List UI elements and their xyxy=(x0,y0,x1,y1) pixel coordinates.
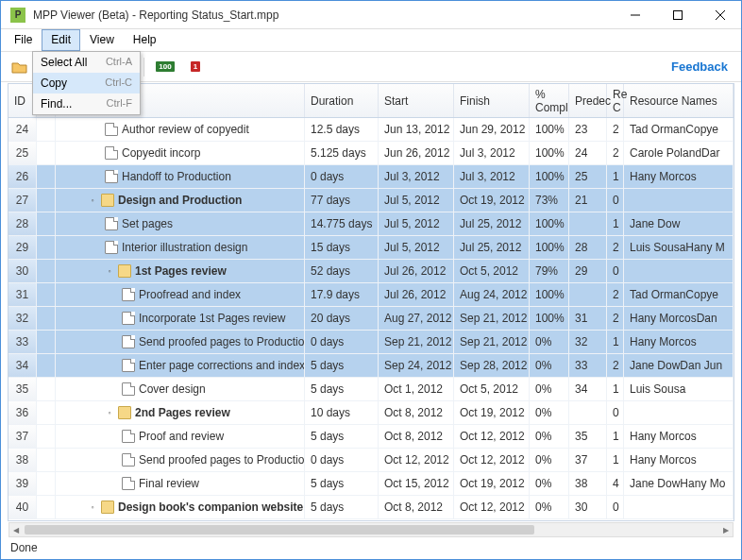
cell-id: 37 xyxy=(8,425,37,448)
table-row[interactable]: 24Author review of copyedit12.5 daysJun … xyxy=(8,118,734,142)
scroll-thumb[interactable] xyxy=(25,525,534,535)
table-row[interactable]: 33Send proofed pages to Production0 days… xyxy=(8,331,734,354)
cell-resources: Tad OrmanCopye xyxy=(624,283,734,306)
table-row[interactable]: 37Proof and review5 daysOct 8, 2012Oct 1… xyxy=(8,425,734,449)
cell-id: 24 xyxy=(8,118,37,141)
menuitem-label: Copy xyxy=(41,76,67,90)
menu-find[interactable]: Find... Ctrl-F xyxy=(33,93,140,114)
cell-duration: 5 days xyxy=(305,425,379,448)
task-name-text: Design book's companion website xyxy=(118,501,303,514)
table-row[interactable]: 32Incorporate 1st Pages review20 daysAug… xyxy=(8,307,734,331)
cell-complete: 0% xyxy=(530,378,569,400)
cell-finish: Sep 21, 2012 xyxy=(454,331,530,353)
cell-id: 26 xyxy=(8,165,37,188)
menuitem-shortcut: Ctrl-A xyxy=(106,56,132,69)
scroll-left-arrow-icon[interactable]: ◀ xyxy=(9,523,23,536)
table-row[interactable]: 30◦1st Pages review52 daysJul 26, 2012Oc… xyxy=(8,260,734,283)
edit-dropdown: Select All Ctrl-A Copy Ctrl-C Find... Ct… xyxy=(32,51,141,115)
cell-id: 29 xyxy=(8,236,37,259)
cell-indicator xyxy=(37,354,56,377)
table-row[interactable]: 39Final review5 daysOct 15, 2012Oct 19, … xyxy=(8,472,734,496)
task-name-text: Cover design xyxy=(139,382,206,396)
horizontal-scrollbar[interactable]: ◀ ▶ xyxy=(8,522,734,537)
table-row[interactable]: 35Cover design5 daysOct 1, 2012Oct 5, 20… xyxy=(8,378,734,401)
cell-name: Cover design xyxy=(56,378,305,400)
menu-file[interactable]: File xyxy=(5,29,42,51)
col-duration[interactable]: Duration xyxy=(305,84,379,117)
table-row[interactable]: 38Send proofed pages to Production0 days… xyxy=(8,449,734,472)
cell-name: Handoff to Production xyxy=(56,165,305,188)
cell-resource-count: 2 xyxy=(607,118,624,141)
cell-complete: 100% xyxy=(530,212,569,235)
svg-rect-1 xyxy=(673,10,682,19)
folder-icon xyxy=(101,501,114,514)
cell-indicator xyxy=(37,401,56,424)
file-icon xyxy=(105,170,118,183)
file-icon xyxy=(105,241,118,254)
scroll-right-arrow-icon[interactable]: ▶ xyxy=(719,523,733,536)
table-row[interactable]: 34Enter page corrections and index5 days… xyxy=(8,354,734,378)
cell-start: Jul 5, 2012 xyxy=(379,212,454,235)
cell-resources xyxy=(624,260,734,282)
menuitem-label: Select All xyxy=(41,56,87,69)
menuitem-shortcut: Ctrl-F xyxy=(107,97,133,110)
cell-resource-count: 1 xyxy=(607,449,624,471)
table-row[interactable]: 29Interior illustration design15 daysJul… xyxy=(8,236,734,260)
menuitem-label: Find... xyxy=(41,97,72,110)
task-name-text: Author review of copyedit xyxy=(122,123,249,136)
menu-select-all[interactable]: Select All Ctrl-A xyxy=(33,52,140,73)
col-start[interactable]: Start xyxy=(379,84,454,117)
col-complete[interactable]: % Compl xyxy=(530,84,569,117)
file-icon xyxy=(105,217,118,230)
cell-indicator xyxy=(37,331,56,353)
cell-name: Final review xyxy=(56,472,305,495)
col-predecessors[interactable]: Predec xyxy=(569,84,607,117)
cell-name: ◦2nd Pages review xyxy=(56,401,305,424)
incomplete-tasks-icon[interactable]: 1 xyxy=(186,58,205,76)
expand-toggle-icon[interactable]: ◦ xyxy=(88,195,97,205)
table-row[interactable]: 25Copyedit incorp5.125 daysJun 26, 2012J… xyxy=(8,142,734,165)
cell-id: 33 xyxy=(8,331,37,353)
cell-indicator xyxy=(37,142,56,164)
task-name-text: 2nd Pages review xyxy=(135,406,230,419)
cell-resource-count: 1 xyxy=(607,212,624,235)
feedback-link[interactable]: Feedback xyxy=(671,59,728,74)
table-row[interactable]: 28Set pages14.775 daysJul 5, 2012Jul 25,… xyxy=(8,212,734,236)
file-icon xyxy=(122,312,135,325)
cell-resource-count: 2 xyxy=(607,142,624,164)
menu-copy[interactable]: Copy Ctrl-C xyxy=(33,73,140,93)
task-name-text: Set pages xyxy=(122,217,173,230)
app-icon xyxy=(10,8,25,23)
expand-toggle-icon[interactable]: ◦ xyxy=(88,502,97,512)
cell-predecessors: 24 xyxy=(569,142,607,164)
menu-help[interactable]: Help xyxy=(124,29,166,51)
menu-view[interactable]: View xyxy=(80,29,124,51)
cell-indicator xyxy=(37,307,56,330)
maximize-button[interactable] xyxy=(656,1,699,29)
cell-start: Jul 5, 2012 xyxy=(379,236,454,259)
cell-duration: 0 days xyxy=(305,165,379,188)
minimize-button[interactable] xyxy=(614,1,656,29)
menu-edit[interactable]: Edit xyxy=(42,29,80,51)
table-row[interactable]: 36◦2nd Pages review10 daysOct 8, 2012Oct… xyxy=(8,401,734,425)
col-resource-count[interactable]: Re C xyxy=(607,84,624,117)
table-row[interactable]: 31Proofread and index17.9 daysJul 26, 20… xyxy=(8,283,734,307)
col-finish[interactable]: Finish xyxy=(454,84,530,117)
cell-start: Jul 26, 2012 xyxy=(379,283,454,306)
open-icon[interactable] xyxy=(10,58,29,76)
cell-name: Copyedit incorp xyxy=(56,142,305,164)
cell-predecessors: 30 xyxy=(569,496,607,518)
cell-predecessors xyxy=(569,212,607,235)
complete-tasks-icon[interactable]: 100 xyxy=(156,58,175,76)
cell-name: Proof and review xyxy=(56,425,305,448)
cell-resources: Hany Morcos xyxy=(624,425,734,448)
col-resources[interactable]: Resource Names xyxy=(624,84,734,117)
table-row[interactable]: 26Handoff to Production0 daysJul 3, 2012… xyxy=(8,165,734,189)
cell-indicator xyxy=(37,496,56,518)
table-row[interactable]: 27◦Design and Production77 daysJul 5, 20… xyxy=(8,189,734,212)
table-row[interactable]: 40◦Design book's companion website5 days… xyxy=(8,496,734,519)
expand-toggle-icon[interactable]: ◦ xyxy=(105,266,114,276)
close-button[interactable] xyxy=(699,1,741,29)
cell-resources: Carole PolandDar xyxy=(624,142,734,164)
expand-toggle-icon[interactable]: ◦ xyxy=(105,408,114,417)
